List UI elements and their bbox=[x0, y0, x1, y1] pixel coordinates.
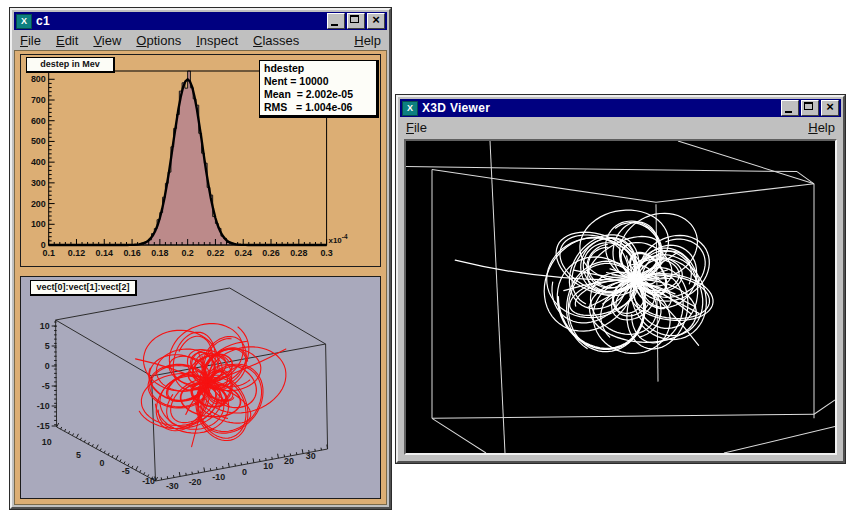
minimize-button-icon[interactable] bbox=[327, 13, 345, 29]
window-title: X3D Viewer bbox=[422, 101, 779, 115]
stats-entries: Nent = 10000 bbox=[264, 75, 372, 88]
menu-item-help[interactable]: Help bbox=[808, 120, 835, 135]
svg-text:x10-4: x10-4 bbox=[329, 233, 348, 245]
svg-text:700: 700 bbox=[31, 95, 46, 105]
svg-text:300: 300 bbox=[31, 178, 46, 188]
stats-name: hdestep bbox=[264, 62, 372, 75]
svg-text:0.18: 0.18 bbox=[151, 248, 168, 258]
root-canvas-window: X c1 FileEditViewOptionsInspectClasses H… bbox=[10, 8, 391, 509]
svg-text:500: 500 bbox=[31, 136, 46, 146]
svg-text:0.16: 0.16 bbox=[123, 248, 140, 258]
root-canvas[interactable]: 01002003004005006007008000.10.120.140.16… bbox=[14, 50, 387, 505]
svg-text:0.14: 0.14 bbox=[96, 248, 113, 258]
x3d-scene[interactable] bbox=[406, 141, 835, 453]
svg-text:10: 10 bbox=[40, 321, 50, 331]
scatter3d-title-box[interactable]: vect[0]:vect[1]:vect[2] bbox=[30, 280, 137, 296]
menu-items: FileEditViewOptionsInspectClasses bbox=[20, 33, 314, 48]
menu-item-edit[interactable]: Edit bbox=[56, 33, 78, 48]
menu-items: File bbox=[406, 120, 442, 135]
svg-text:0.12: 0.12 bbox=[68, 248, 85, 258]
svg-text:30: 30 bbox=[306, 451, 316, 461]
svg-text:-5: -5 bbox=[122, 466, 130, 476]
menu-item-file[interactable]: File bbox=[20, 33, 41, 48]
svg-text:-10: -10 bbox=[37, 401, 50, 411]
maximize-button-icon[interactable] bbox=[801, 100, 819, 116]
svg-text:0: 0 bbox=[100, 458, 105, 468]
svg-text:0.28: 0.28 bbox=[290, 248, 307, 258]
svg-text:600: 600 bbox=[31, 116, 46, 126]
svg-text:-10: -10 bbox=[142, 476, 155, 486]
pad-gap bbox=[20, 267, 381, 276]
menu-bar: FileEditViewOptionsInspectClasses Help bbox=[14, 30, 387, 50]
svg-text:400: 400 bbox=[31, 157, 46, 167]
histogram-title-box[interactable]: destep in Mev bbox=[26, 57, 115, 73]
stats-box[interactable]: hdestep Nent = 10000 Mean = 2.002e-05 RM… bbox=[259, 60, 379, 118]
stats-rms: RMS = 1.004e-06 bbox=[264, 101, 372, 114]
title-bar[interactable]: X c1 bbox=[14, 12, 387, 30]
x3d-viewer-window: X X3D Viewer File Help bbox=[396, 95, 845, 463]
menu-item-file[interactable]: File bbox=[406, 120, 427, 135]
svg-text:10: 10 bbox=[42, 437, 52, 447]
title-bar[interactable]: X X3D Viewer bbox=[400, 99, 841, 117]
close-button-icon[interactable] bbox=[367, 13, 385, 29]
window-title: c1 bbox=[36, 14, 325, 28]
svg-text:0.26: 0.26 bbox=[262, 248, 279, 258]
svg-text:0.22: 0.22 bbox=[207, 248, 224, 258]
svg-text:10: 10 bbox=[263, 461, 273, 471]
svg-text:-10: -10 bbox=[212, 472, 225, 482]
stats-mean: Mean = 2.002e-05 bbox=[264, 88, 372, 101]
scatter3d-plot[interactable]: 1050-5-10-151050-5-10-30-20-100102030 bbox=[21, 277, 380, 498]
close-button-icon[interactable] bbox=[821, 100, 839, 116]
svg-text:0.2: 0.2 bbox=[181, 248, 193, 258]
minimize-button-icon[interactable] bbox=[781, 100, 799, 116]
svg-text:0: 0 bbox=[45, 361, 50, 371]
svg-text:-15: -15 bbox=[37, 421, 50, 431]
svg-text:5: 5 bbox=[45, 341, 50, 351]
menu-item-help[interactable]: Help bbox=[354, 33, 381, 48]
maximize-button-icon[interactable] bbox=[347, 13, 365, 29]
svg-text:5: 5 bbox=[76, 450, 81, 460]
svg-text:0.24: 0.24 bbox=[235, 248, 252, 258]
svg-text:-30: -30 bbox=[166, 481, 179, 491]
histogram-pad[interactable]: 01002003004005006007008000.10.120.140.16… bbox=[20, 54, 381, 267]
menu-item-view[interactable]: View bbox=[93, 33, 121, 48]
menu-bar: File Help bbox=[400, 117, 841, 137]
svg-text:100: 100 bbox=[31, 219, 46, 229]
x3d-viewport[interactable] bbox=[404, 139, 837, 455]
svg-text:200: 200 bbox=[31, 199, 46, 209]
svg-text:20: 20 bbox=[284, 456, 294, 466]
x11-app-icon: X bbox=[16, 14, 32, 29]
svg-text:-20: -20 bbox=[189, 477, 202, 487]
menu-item-inspect[interactable]: Inspect bbox=[196, 33, 238, 48]
scatter3d-pad[interactable]: 1050-5-10-151050-5-10-30-20-100102030 ve… bbox=[20, 276, 381, 499]
svg-text:0.3: 0.3 bbox=[320, 248, 332, 258]
svg-text:800: 800 bbox=[31, 74, 46, 84]
svg-text:-5: -5 bbox=[42, 381, 50, 391]
x11-app-icon: X bbox=[402, 101, 418, 116]
menu-item-options[interactable]: Options bbox=[136, 33, 181, 48]
menu-item-classes[interactable]: Classes bbox=[253, 33, 299, 48]
svg-text:0.1: 0.1 bbox=[43, 248, 55, 258]
svg-text:0: 0 bbox=[242, 467, 247, 477]
